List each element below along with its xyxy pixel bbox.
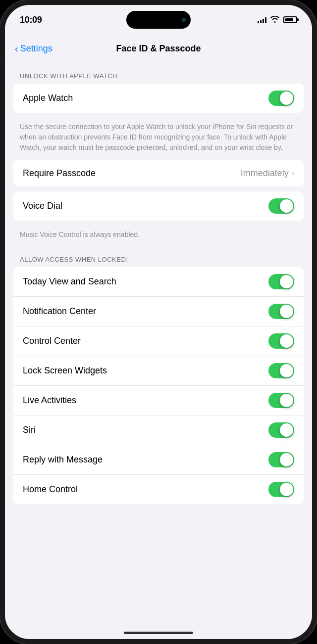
- battery-icon: [283, 16, 297, 23]
- back-button[interactable]: ‹ Settings: [15, 44, 64, 54]
- notification-center-toggle-thumb: [280, 305, 293, 318]
- dynamic-island-camera-dot: [182, 18, 186, 22]
- require-passcode-value: Immediately ›: [241, 168, 294, 179]
- row-apple-watch: Apple Watch: [13, 84, 304, 113]
- reply-with-message-label: Reply with Message: [23, 455, 103, 465]
- lock-screen-widgets-toggle[interactable]: [268, 363, 294, 378]
- live-activities-toggle[interactable]: [268, 393, 294, 408]
- home-control-label: Home Control: [23, 484, 78, 495]
- row-today-view: Today View and Search: [13, 267, 304, 297]
- notification-center-label: Notification Center: [23, 306, 96, 317]
- apple-watch-toggle[interactable]: [268, 91, 294, 106]
- nav-bar: ‹ Settings Face ID & Passcode: [5, 35, 312, 63]
- control-center-label: Control Center: [23, 336, 81, 346]
- back-chevron-icon: ‹: [15, 44, 18, 53]
- home-control-toggle[interactable]: [268, 482, 294, 497]
- control-center-toggle-thumb: [280, 334, 293, 348]
- signal-bar-3: [263, 19, 264, 23]
- section-header-allow-access: ALLOW ACCESS WHEN LOCKED:: [5, 247, 312, 267]
- live-activities-toggle-thumb: [280, 394, 293, 407]
- status-time: 10:09: [20, 15, 42, 25]
- row-home-control: Home Control: [13, 475, 304, 504]
- voice-dial-description: Music Voice Control is always enabled.: [5, 226, 312, 247]
- row-voice-dial: Voice Dial: [13, 191, 304, 221]
- lock-screen-widgets-label: Lock Screen Widgets: [23, 366, 107, 376]
- status-icons: [258, 16, 297, 24]
- reply-with-message-toggle[interactable]: [268, 452, 294, 467]
- signal-bar-2: [260, 20, 262, 23]
- today-view-toggle[interactable]: [268, 274, 294, 289]
- content-scroll[interactable]: UNLOCK WITH APPLE WATCH Apple Watch Use …: [5, 63, 312, 644]
- voice-dial-toggle-thumb: [280, 199, 293, 213]
- row-require-passcode[interactable]: Require Passcode Immediately ›: [13, 160, 304, 186]
- row-siri: Siri: [13, 415, 304, 445]
- signal-icon: [258, 16, 266, 23]
- home-control-toggle-thumb: [280, 483, 293, 496]
- card-require-passcode: Require Passcode Immediately ›: [13, 160, 304, 186]
- wifi-icon: [270, 16, 279, 24]
- row-live-activities: Live Activities: [13, 386, 304, 415]
- control-center-toggle[interactable]: [268, 333, 294, 349]
- require-passcode-chevron-icon: ›: [292, 169, 294, 178]
- row-notification-center: Notification Center: [13, 297, 304, 326]
- apple-watch-toggle-thumb: [280, 92, 293, 105]
- voice-dial-label: Voice Dial: [23, 201, 62, 211]
- siri-toggle[interactable]: [268, 422, 294, 438]
- notification-center-toggle[interactable]: [268, 304, 294, 319]
- require-passcode-label: Require Passcode: [23, 168, 96, 179]
- require-passcode-value-text: Immediately: [241, 168, 289, 179]
- card-voice-dial: Voice Dial: [13, 191, 304, 221]
- apple-watch-label: Apple Watch: [23, 93, 73, 103]
- row-reply-with-message: Reply with Message: [13, 445, 304, 475]
- card-allow-access: Today View and Search Notification Cente…: [13, 267, 304, 504]
- apple-watch-description: Use the secure connection to your Apple …: [5, 118, 312, 160]
- row-lock-screen-widgets: Lock Screen Widgets: [13, 356, 304, 386]
- phone-frame: 10:09: [0, 0, 317, 644]
- row-control-center: Control Center: [13, 326, 304, 356]
- signal-bar-1: [258, 21, 259, 23]
- back-button-label: Settings: [20, 44, 53, 54]
- today-view-toggle-thumb: [280, 275, 293, 288]
- section-header-unlock-apple-watch: UNLOCK WITH APPLE WATCH: [5, 63, 312, 84]
- page-title: Face ID & Passcode: [64, 44, 253, 54]
- card-apple-watch: Apple Watch: [13, 84, 304, 113]
- reply-with-message-toggle-thumb: [280, 453, 293, 466]
- status-bar: 10:09: [5, 5, 312, 35]
- voice-dial-toggle[interactable]: [268, 198, 294, 214]
- signal-bar-4: [265, 17, 266, 23]
- live-activities-label: Live Activities: [23, 395, 76, 406]
- home-indicator: [124, 632, 193, 634]
- siri-label: Siri: [23, 425, 36, 435]
- dynamic-island: [126, 11, 191, 29]
- today-view-label: Today View and Search: [23, 276, 116, 287]
- siri-toggle-thumb: [280, 423, 293, 437]
- lock-screen-widgets-toggle-thumb: [280, 364, 293, 377]
